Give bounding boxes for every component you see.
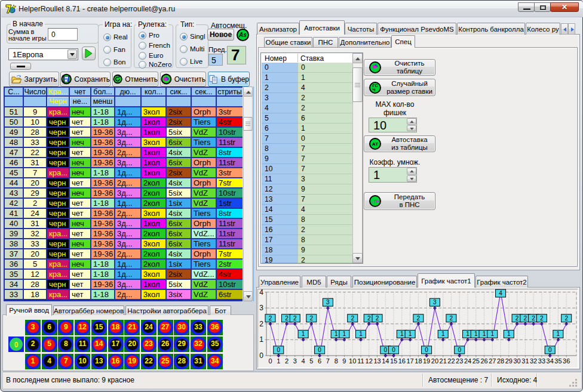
svg-text:23: 23 xyxy=(456,357,463,365)
svg-text:19: 19 xyxy=(423,357,430,365)
svg-text:21: 21 xyxy=(440,357,447,365)
svg-text:20: 20 xyxy=(431,357,438,365)
svg-text:0: 0 xyxy=(425,347,428,353)
svg-text:2: 2 xyxy=(376,315,379,322)
svg-text:1: 1 xyxy=(557,331,560,337)
svg-text:14: 14 xyxy=(382,357,389,365)
svg-text:1: 1 xyxy=(335,331,338,337)
svg-text:36: 36 xyxy=(563,357,570,365)
svg-text:28: 28 xyxy=(497,357,504,365)
svg-text:1: 1 xyxy=(441,331,445,337)
svg-text:11: 11 xyxy=(357,357,364,365)
svg-text:12: 12 xyxy=(366,357,373,365)
svg-text:26: 26 xyxy=(480,357,487,365)
svg-text:2: 2 xyxy=(269,315,272,322)
svg-text:1: 1 xyxy=(491,331,495,337)
svg-text:5: 5 xyxy=(309,357,313,365)
svg-text:1: 1 xyxy=(343,331,346,337)
svg-text:2: 2 xyxy=(417,315,421,322)
svg-text:1: 1 xyxy=(400,331,404,337)
svg-text:2: 2 xyxy=(524,315,527,322)
svg-text:10: 10 xyxy=(349,357,356,365)
svg-text:2: 2 xyxy=(450,315,453,322)
svg-text:1: 1 xyxy=(483,331,486,337)
svg-text:35: 35 xyxy=(554,357,561,365)
svg-text:3: 3 xyxy=(326,299,330,305)
svg-text:3: 3 xyxy=(293,357,297,365)
svg-text:1: 1 xyxy=(409,331,412,337)
svg-text:4: 4 xyxy=(499,290,502,297)
svg-text:34: 34 xyxy=(547,357,554,365)
svg-text:33: 33 xyxy=(538,357,545,365)
svg-text:8: 8 xyxy=(335,357,338,365)
svg-text:7: 7 xyxy=(326,357,330,365)
svg-text:30: 30 xyxy=(513,357,520,365)
svg-text:2: 2 xyxy=(532,315,535,322)
svg-text:15: 15 xyxy=(390,357,397,365)
svg-text:3: 3 xyxy=(259,304,263,312)
svg-text:17: 17 xyxy=(406,357,413,365)
svg-text:0: 0 xyxy=(392,347,395,353)
svg-text:32: 32 xyxy=(530,357,537,365)
svg-text:2: 2 xyxy=(259,320,263,328)
svg-text:0: 0 xyxy=(259,351,263,360)
svg-text:0: 0 xyxy=(458,347,461,353)
svg-text:4: 4 xyxy=(302,357,305,365)
svg-text:29: 29 xyxy=(505,357,513,365)
svg-text:1: 1 xyxy=(507,331,511,337)
svg-text:31: 31 xyxy=(521,357,529,365)
svg-text:16: 16 xyxy=(398,357,406,365)
svg-text:0: 0 xyxy=(268,357,272,365)
svg-text:2: 2 xyxy=(516,315,519,322)
svg-text:0: 0 xyxy=(384,347,388,353)
svg-text:25: 25 xyxy=(472,357,480,365)
svg-text:2: 2 xyxy=(351,315,354,322)
svg-text:1: 1 xyxy=(474,331,478,337)
svg-text:1: 1 xyxy=(259,335,263,344)
svg-text:2: 2 xyxy=(540,315,544,322)
svg-text:2: 2 xyxy=(310,315,314,322)
svg-text:3: 3 xyxy=(433,299,437,305)
svg-text:1: 1 xyxy=(359,331,363,337)
svg-text:2: 2 xyxy=(564,315,568,322)
svg-text:13: 13 xyxy=(373,357,381,365)
svg-text:4: 4 xyxy=(259,289,263,297)
svg-text:6: 6 xyxy=(318,357,321,365)
svg-text:2: 2 xyxy=(285,357,289,365)
svg-text:2: 2 xyxy=(367,315,371,322)
svg-text:24: 24 xyxy=(464,357,471,365)
svg-text:27: 27 xyxy=(489,357,496,365)
svg-text:9: 9 xyxy=(342,357,346,365)
svg-text:1: 1 xyxy=(302,331,305,337)
svg-text:22: 22 xyxy=(447,357,455,365)
svg-text:0: 0 xyxy=(318,347,321,353)
svg-text:2: 2 xyxy=(285,315,289,322)
svg-text:1: 1 xyxy=(277,357,280,365)
svg-text:0: 0 xyxy=(548,347,552,353)
svg-text:0: 0 xyxy=(277,347,281,353)
svg-text:2: 2 xyxy=(293,315,297,322)
svg-text:1: 1 xyxy=(466,331,470,337)
svg-text:18: 18 xyxy=(415,357,422,365)
